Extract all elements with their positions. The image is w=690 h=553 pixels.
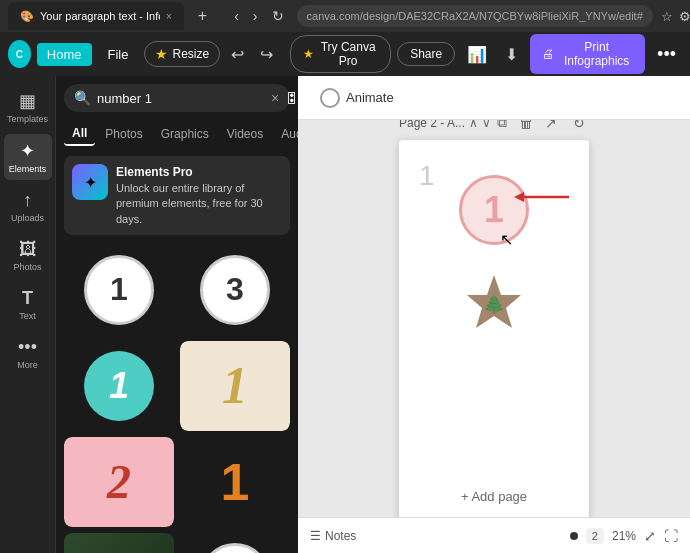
browser-tab[interactable]: 🎨 Your paragraph text - Infographi... × <box>8 2 184 30</box>
canvas-content: Page 2 - A... ∧ ∨ ⧉ 🗑 ↗ ↻ 1 1 <box>298 120 690 517</box>
print-label: Print Infographics <box>560 40 633 68</box>
resize-button[interactable]: ★ Resize <box>144 41 220 67</box>
try-canva-button[interactable]: ★ Try Canva Pro <box>290 35 391 73</box>
tab-favicon: 🎨 <box>20 10 34 23</box>
sidebar-label-uploads: Uploads <box>11 213 44 223</box>
export-page-button[interactable]: ↗ <box>541 120 561 133</box>
delete-page-button[interactable]: 🗑 <box>515 120 537 133</box>
tab-close-icon[interactable]: × <box>166 11 172 22</box>
list-item[interactable]: 4 <box>180 533 290 553</box>
bottom-bar: ☰ Notes 2 21% ⤢ ⛶ <box>298 517 690 553</box>
sidebar-item-photos[interactable]: 🖼 Photos <box>4 233 52 278</box>
tab-graphics[interactable]: Graphics <box>153 122 217 146</box>
forward-button[interactable]: › <box>248 6 263 26</box>
animate-icon <box>320 88 340 108</box>
elements-pro-icon: ✦ <box>72 164 108 200</box>
app-bar: C Home File ★ Resize ↩ ↪ ★ Try Canva Pro… <box>0 32 690 76</box>
analytics-button[interactable]: 📊 <box>461 41 493 68</box>
notes-label: Notes <box>325 529 356 543</box>
red-arrow-indicator <box>509 185 574 214</box>
uploads-icon: ↑ <box>23 190 32 211</box>
list-item[interactable]: 2 <box>64 437 174 527</box>
browser-chrome: 🎨 Your paragraph text - Infographi... × … <box>0 0 690 32</box>
app-logo: C <box>8 40 31 68</box>
search-input[interactable] <box>97 91 265 106</box>
print-button[interactable]: 🖨 Print Infographics <box>530 34 645 74</box>
search-bar: 🔍 × 🎛 <box>64 84 290 112</box>
canva-star-icon: ★ <box>303 47 314 61</box>
download-button[interactable]: ⬇ <box>499 41 524 68</box>
try-canva-label: Try Canva Pro <box>318 40 378 68</box>
list-item[interactable]: 1 <box>180 341 290 431</box>
page-action-buttons: ⧉ 🗑 ↗ ↻ <box>493 120 589 133</box>
elements-pro-title: Elements Pro <box>116 165 193 179</box>
add-page-button[interactable]: + Add page <box>461 489 527 504</box>
page-dot-indicator <box>570 532 578 540</box>
sidebar-item-uploads[interactable]: ↑ Uploads <box>4 184 52 229</box>
search-clear-icon[interactable]: × <box>271 90 279 106</box>
elements-pro-banner[interactable]: ✦ Elements Pro Unlock our entire library… <box>64 156 290 235</box>
share-button[interactable]: Share <box>397 42 455 66</box>
page-label: Page 2 - A... ∧ ∨ <box>399 120 491 130</box>
elements-pro-content: Elements Pro Unlock our entire library o… <box>116 164 282 227</box>
list-item[interactable]: 1 <box>180 437 290 527</box>
sidebar-label-more: More <box>17 360 38 370</box>
undo-button[interactable]: ↩ <box>226 43 249 66</box>
search-filter-icon[interactable]: 🎛 <box>285 90 298 106</box>
text-icon: T <box>22 288 33 309</box>
sidebar-label-templates: Templates <box>7 114 48 124</box>
list-item[interactable]: 🌲 0.0s <box>64 533 174 553</box>
print-icon: 🖨 <box>542 47 554 61</box>
more-options-button[interactable]: ••• <box>651 40 682 69</box>
page-counter-badge: 2 <box>586 528 604 544</box>
canvas-toolbar: Animate <box>298 76 690 120</box>
refresh-page-button[interactable]: ↻ <box>569 120 589 133</box>
sidebar-item-more[interactable]: ••• More <box>4 331 52 376</box>
page-number: 1 <box>419 160 435 191</box>
redo-button[interactable]: ↪ <box>255 43 278 66</box>
address-text: canva.com/design/DAE32CRaX2A/N7QCBYw8iPl… <box>307 10 643 22</box>
tab-videos[interactable]: Videos <box>219 122 271 146</box>
tab-audio[interactable]: Audio <box>273 122 298 146</box>
design-element-star[interactable]: 🌲 <box>459 270 529 344</box>
file-nav-button[interactable]: File <box>98 43 139 66</box>
list-item[interactable]: 3 <box>180 245 290 335</box>
page-chevron-down[interactable]: ∨ <box>482 120 491 130</box>
star-button[interactable]: ☆ <box>661 9 673 24</box>
extension-button[interactable]: ⚙ <box>679 9 690 24</box>
page-chevron-up[interactable]: ∧ <box>469 120 478 130</box>
sidebar-label-text: Text <box>19 311 36 321</box>
home-nav-button[interactable]: Home <box>37 43 92 66</box>
cursor: ↖ <box>500 230 513 249</box>
more-icon: ••• <box>18 337 37 358</box>
sidebar-label-photos: Photos <box>13 262 41 272</box>
tab-all[interactable]: All <box>64 122 95 146</box>
list-item[interactable]: 1 <box>64 341 174 431</box>
fullscreen-button[interactable]: ⛶ <box>664 528 678 544</box>
photos-icon: 🖼 <box>19 239 37 260</box>
fit-view-button[interactable]: ⤢ <box>644 528 656 544</box>
sidebar-item-elements[interactable]: ✦ Elements <box>4 134 52 180</box>
svg-text:🌲: 🌲 <box>483 293 506 315</box>
add-tab-button[interactable]: + <box>192 7 213 25</box>
list-item[interactable]: 1 <box>64 245 174 335</box>
sidebar-item-templates[interactable]: ▦ Templates <box>4 84 52 130</box>
zoom-level-label: 21% <box>612 529 636 543</box>
address-bar[interactable]: canva.com/design/DAE32CRaX2A/N7QCBYw8iPl… <box>297 5 653 27</box>
refresh-button[interactable]: ↻ <box>267 6 289 26</box>
resize-label: Resize <box>172 47 209 61</box>
animate-button[interactable]: Animate <box>310 82 404 114</box>
resize-star-icon: ★ <box>155 46 168 62</box>
sidebar-item-text[interactable]: T Text <box>4 282 52 327</box>
elements-icon: ✦ <box>20 140 35 162</box>
search-icon: 🔍 <box>74 90 91 106</box>
animate-label: Animate <box>346 90 394 105</box>
canvas-area: Animate Page 2 - A... ∧ ∨ ⧉ 🗑 ↗ ↻ <box>298 76 690 553</box>
tab-photos[interactable]: Photos <box>97 122 150 146</box>
elements-pro-desc: Unlock our entire library of premium ele… <box>116 182 263 225</box>
duplicate-page-button[interactable]: ⧉ <box>493 120 511 133</box>
canvas-page[interactable]: 1 1 ↖ <box>399 140 589 517</box>
notes-button[interactable]: ☰ Notes <box>310 529 356 543</box>
tab-title: Your paragraph text - Infographi... <box>40 10 160 22</box>
back-button[interactable]: ‹ <box>229 6 244 26</box>
